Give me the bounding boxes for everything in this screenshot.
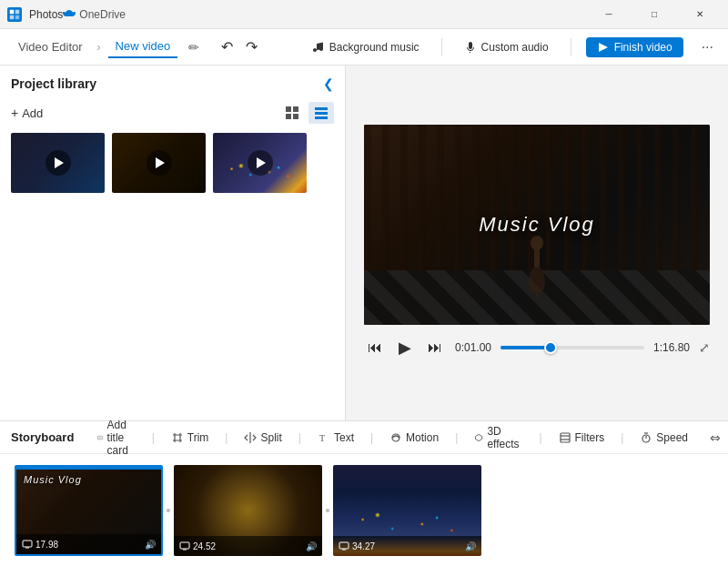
rewind-button[interactable]: ⏮ — [364, 336, 386, 359]
close-button[interactable]: ✕ — [679, 0, 721, 29]
fast-forward-button[interactable]: ⏭ — [424, 336, 446, 359]
media-thumb-1[interactable] — [11, 133, 105, 193]
svg-rect-8 — [315, 107, 328, 110]
microphone-icon — [464, 41, 477, 54]
speed-icon — [640, 431, 652, 444]
collapse-panel-button[interactable]: ❮ — [323, 76, 334, 91]
storyboard-clip-1[interactable]: Music Vlog 17.98 🔊 — [15, 465, 163, 556]
maximize-button[interactable]: □ — [633, 0, 675, 29]
video-preview-panel: Music Vlog ⏮ ▶ ⏭ 0:01.00 1:16.80 ⤢ — [346, 66, 728, 420]
media-thumbnails — [11, 133, 334, 193]
svg-rect-6 — [286, 114, 291, 119]
fullscreen-button[interactable]: ⤢ — [699, 340, 710, 355]
split-button[interactable]: Split — [238, 430, 287, 446]
svg-rect-0 — [10, 9, 15, 14]
finish-icon — [597, 41, 610, 54]
finish-video-button[interactable]: Finish video — [586, 37, 683, 57]
svg-rect-3 — [15, 15, 20, 19]
onedrive-label: OneDrive — [79, 8, 126, 21]
play-button[interactable]: ▶ — [395, 334, 415, 361]
undo-button[interactable]: ↶ — [217, 35, 237, 59]
storyboard-clip-2[interactable]: 24.52 🔊 — [174, 465, 322, 556]
speed-button[interactable]: Speed — [634, 430, 693, 446]
storyboard-clip-3[interactable]: 34.27 🔊 — [333, 465, 481, 556]
svg-rect-2 — [10, 15, 15, 19]
trim-button[interactable]: Trim — [166, 430, 215, 446]
clip-3-duration: 34.27 — [339, 541, 375, 551]
motion-icon — [389, 431, 402, 444]
text-icon: T — [318, 431, 330, 444]
svg-rect-23 — [23, 541, 32, 547]
playback-controls: ⏮ ▶ ⏭ 0:01.00 1:16.80 ⤢ — [364, 334, 710, 361]
svg-rect-5 — [293, 106, 298, 112]
storyboard-title: Storyboard — [11, 430, 74, 444]
tab-video-editor[interactable]: Video Editor — [11, 36, 90, 57]
tab-new-video[interactable]: New video — [108, 35, 178, 58]
menu-actions: Background music Custom audio Finish vid… — [305, 35, 717, 59]
sb-sep-5: | — [455, 431, 458, 444]
svg-rect-19 — [561, 433, 570, 442]
sb-sep-2: | — [225, 431, 228, 444]
sb-sep-3: | — [298, 431, 301, 444]
clip-3-sound-icon: 🔊 — [465, 541, 476, 551]
svg-rect-10 — [315, 116, 328, 119]
text-button[interactable]: T Text — [312, 430, 359, 446]
title-bar-controls: ─ □ ✕ — [588, 0, 721, 29]
trim-icon — [171, 431, 184, 444]
play-overlay-3 — [248, 150, 273, 176]
storyboard-right-actions: ⇔ ↶ 🗑 ··· — [704, 429, 728, 447]
svg-rect-7 — [293, 114, 298, 119]
active-indicator — [16, 467, 161, 470]
sb-sep-6: | — [539, 431, 541, 444]
add-media-button[interactable]: + Add — [11, 106, 43, 120]
svg-rect-12 — [534, 249, 540, 268]
clip-1-footer: 17.98 🔊 — [16, 534, 161, 554]
svg-point-11 — [531, 236, 543, 250]
minimize-button[interactable]: ─ — [588, 0, 630, 29]
3d-effects-icon — [474, 431, 483, 444]
progress-bar[interactable] — [500, 346, 644, 349]
svg-rect-4 — [286, 106, 291, 112]
clip-connector-1 — [167, 509, 170, 512]
clip-1-title: Music Vlog — [24, 474, 82, 485]
motion-button[interactable]: Motion — [384, 430, 444, 446]
project-library-panel: Project library ❮ + Add — [0, 66, 346, 420]
storyboard-header: Storyboard Add title card | Trim | Split… — [0, 421, 728, 454]
main-content: Project library ❮ + Add — [0, 66, 728, 420]
breadcrumb-separator: › — [97, 41, 101, 54]
add-title-card-button[interactable]: Add title card — [92, 417, 140, 459]
redo-button[interactable]: ↷ — [242, 35, 261, 59]
svg-text:T: T — [319, 433, 325, 443]
filters-icon — [559, 431, 571, 444]
clip-3-footer: 34.27 🔊 — [333, 536, 481, 556]
sb-sep-4: | — [370, 431, 373, 444]
current-time: 0:01.00 — [455, 341, 491, 354]
3d-effects-button[interactable]: 3D effects — [469, 423, 528, 452]
end-time: 1:16.80 — [653, 341, 690, 354]
edit-title-icon[interactable]: ✏ — [188, 40, 199, 55]
menu-separator-2 — [571, 38, 571, 56]
svg-rect-1 — [15, 9, 20, 14]
list-view-button[interactable] — [308, 102, 334, 124]
storyboard-resize-button[interactable]: ⇔ — [704, 429, 726, 447]
custom-audio-button[interactable]: Custom audio — [457, 37, 556, 57]
svg-rect-25 — [180, 542, 189, 549]
clip-2-footer: 24.52 🔊 — [174, 536, 322, 556]
onedrive-area: OneDrive — [63, 8, 126, 21]
cello-figure — [519, 229, 555, 302]
background-music-button[interactable]: Background music — [305, 37, 427, 57]
progress-thumb[interactable] — [544, 341, 557, 354]
sb-sep-7: | — [621, 431, 623, 444]
svg-rect-13 — [536, 284, 538, 298]
video-title-overlay: Music Vlog — [479, 213, 595, 237]
app-icon — [7, 7, 22, 22]
media-thumb-3[interactable] — [213, 133, 307, 193]
clip-connector-2 — [326, 509, 329, 512]
filters-button[interactable]: Filters — [553, 430, 611, 446]
monitor-icon-2 — [179, 541, 190, 551]
grid-view-button[interactable] — [279, 102, 305, 124]
media-thumb-2[interactable] — [112, 133, 206, 193]
more-options-button[interactable]: ··· — [698, 35, 717, 59]
monitor-icon-3 — [339, 541, 349, 551]
title-bar: Photos OneDrive ─ □ ✕ — [0, 0, 728, 29]
